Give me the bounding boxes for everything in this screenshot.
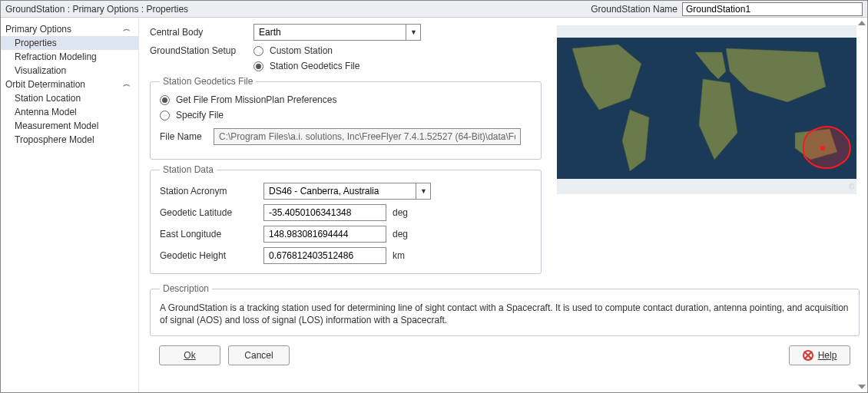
station-data-group: Station Data Station Acronym ▼ Geodetic … [150,164,542,274]
help-icon [803,350,813,361]
breadcrumb: GroundStation : Primary Options : Proper… [5,4,591,15]
geodetics-radio-specify-file[interactable]: Specify File [160,110,532,121]
radio-icon [253,61,263,71]
main-panel: Central Body ▼ GroundStation Setup Custo… [139,18,867,392]
name-field-label: GroundStation Name [591,4,678,15]
radio-label: Specify File [176,110,224,121]
fieldset-legend: Station Geodetics File [160,76,256,87]
description-group: Description A GroundStation is a trackin… [150,283,860,336]
unit-label: deg [393,207,408,218]
sidebar-item-measurement-model[interactable]: Measurement Model [1,119,138,133]
svg-text:©: © [849,183,855,191]
sidebar-item-troposphere-model[interactable]: Troposphere Model [1,133,138,147]
ok-button[interactable]: Ok [159,345,220,365]
east-longitude-input[interactable] [263,226,386,243]
sidebar-item-station-location[interactable]: Station Location [1,91,138,105]
radio-label: Custom Station [270,45,333,56]
sidebar-item-properties[interactable]: Properties [1,36,138,50]
east-longitude-label: East Longitude [160,229,263,239]
sidebar-group-orbit-determination[interactable]: Orbit Determination ︽ [1,78,138,91]
geodetic-latitude-label: Geodetic Latitude [160,207,263,218]
geodetic-latitude-input[interactable] [263,204,386,221]
titlebar: GroundStation : Primary Options : Proper… [1,1,867,18]
fieldset-legend: Station Data [160,164,217,175]
geodetic-height-label: Geodetic Height [160,250,263,261]
cancel-button[interactable]: Cancel [228,345,290,365]
station-acronym-value[interactable] [263,183,431,200]
dialog-footer: Ok Cancel Help [150,341,860,370]
scroll-up-icon [858,21,866,25]
sidebar-group-label: Orbit Determination [5,79,85,90]
scrollbar[interactable] [856,21,866,389]
station-geodetics-file-group: Station Geodetics File Get File From Mis… [150,76,542,160]
svg-rect-2 [557,179,856,194]
setup-radio-station-geodetics-file[interactable]: Station Geodetics File [253,61,359,71]
help-button[interactable]: Help [789,345,850,365]
fieldset-legend: Description [160,283,212,294]
geodetic-height-input[interactable] [263,247,386,264]
central-body-value[interactable] [253,24,421,41]
geodetics-radio-prefs[interactable]: Get File From MissionPlan Preferences [160,94,532,105]
chevron-up-icon: ︽ [123,80,131,88]
scroll-down-icon [858,385,866,389]
sidebar: Primary Options ︽ Properties Refraction … [1,18,139,392]
world-map-preview: © [557,25,856,194]
station-acronym-label: Station Acronym [160,186,263,196]
sidebar-group-label: Primary Options [5,24,71,35]
central-body-label: Central Body [150,27,253,38]
chevron-up-icon: ︽ [123,25,131,33]
radio-icon [160,111,170,121]
station-acronym-select[interactable]: ▼ [263,183,431,200]
file-name-label: File Name [160,131,214,142]
unit-label: deg [393,229,408,239]
svg-point-3 [820,146,825,150]
ground-station-name-input[interactable] [682,2,863,16]
radio-label: Get File From MissionPlan Preferences [176,94,336,105]
sidebar-item-antenna-model[interactable]: Antenna Model [1,105,138,119]
radio-label: Station Geodetics File [270,61,359,71]
sidebar-group-primary-options[interactable]: Primary Options ︽ [1,22,138,36]
setup-label: GroundStation Setup [150,45,253,56]
description-text: A GroundStation is a tracking station us… [160,302,850,326]
radio-icon [160,95,170,105]
sidebar-item-visualization[interactable]: Visualization [1,64,138,78]
central-body-select[interactable]: ▼ [253,24,421,41]
setup-radio-custom-station[interactable]: Custom Station [253,45,359,56]
file-name-input[interactable] [214,128,521,145]
sidebar-item-refraction-modeling[interactable]: Refraction Modeling [1,50,138,64]
radio-icon [253,46,263,56]
svg-rect-1 [557,25,856,38]
unit-label: km [393,250,405,261]
